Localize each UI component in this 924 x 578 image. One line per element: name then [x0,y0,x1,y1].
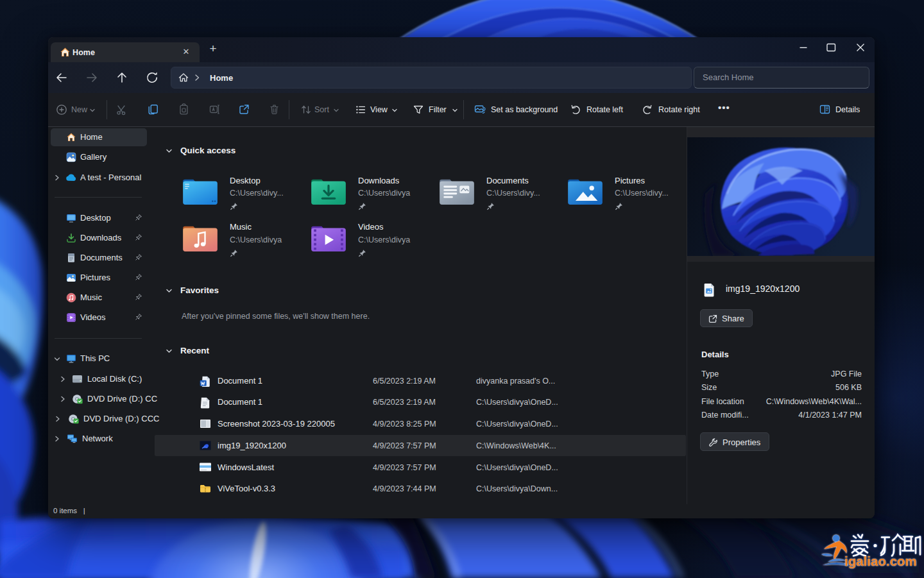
svg-text:igaliao.com: igaliao.com [844,554,917,568]
